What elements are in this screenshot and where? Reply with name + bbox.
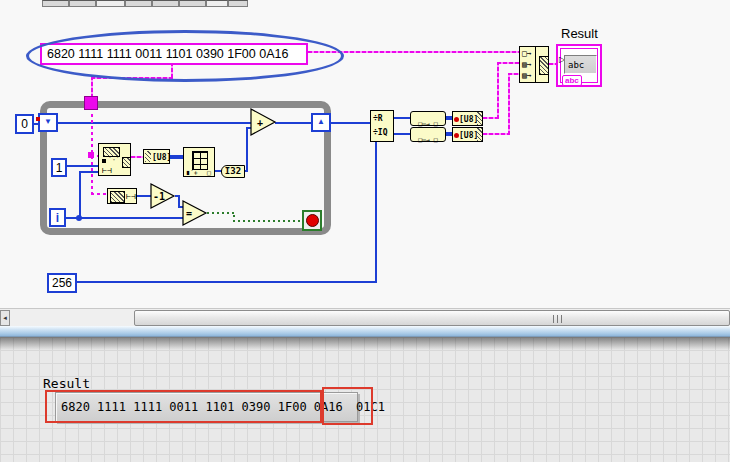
red-annotation-box-checksum xyxy=(322,387,373,425)
wire xyxy=(79,172,81,219)
concat-row-icon: □→ xyxy=(522,49,532,58)
toolbar-button-fragment[interactable] xyxy=(69,0,96,7)
result-label: Result xyxy=(43,376,90,391)
remainder-label: R xyxy=(378,114,383,123)
boolean-wire xyxy=(233,220,303,222)
wire xyxy=(77,281,377,283)
array-grid-icon xyxy=(192,151,208,170)
equal-function[interactable]: = xyxy=(182,200,208,226)
hatch-icon xyxy=(145,151,151,162)
string-to-byte-array-function[interactable]: [U8] xyxy=(143,149,170,164)
numeric-constant-1[interactable]: 1 xyxy=(51,158,67,177)
iteration-terminal[interactable]: i xyxy=(49,208,66,227)
string-wire xyxy=(91,193,108,195)
shift-register-left[interactable]: ▼ xyxy=(38,113,58,132)
loop-tunnel[interactable] xyxy=(84,96,98,110)
add-function[interactable]: + xyxy=(250,108,277,136)
string-wire xyxy=(131,156,143,158)
wire xyxy=(58,122,252,124)
string-wire xyxy=(483,133,510,135)
wire xyxy=(137,195,151,197)
window-edge xyxy=(0,326,730,337)
thumb-grip xyxy=(553,315,554,323)
red-annotation-box-main xyxy=(45,390,322,423)
wire xyxy=(67,165,98,167)
wire-junction xyxy=(76,215,82,221)
toolbar-button-fragment[interactable] xyxy=(152,0,179,7)
thumb-grip xyxy=(557,315,558,323)
string-wire xyxy=(508,73,510,135)
index-array-function[interactable]: ∎˙+ □ xyxy=(183,147,215,177)
string-type-tab: abc xyxy=(562,75,582,86)
string-indicator-terminal[interactable]: ▷ abc abc xyxy=(556,44,602,87)
index-icon: □ xyxy=(207,169,211,177)
wire xyxy=(246,128,248,172)
boolean-wire xyxy=(207,212,235,214)
add-label: + xyxy=(257,117,263,128)
hatch-icon xyxy=(110,191,125,203)
number-conversion-function[interactable]: □⋯→ □ xyxy=(410,127,446,142)
qr-row: ÷IQ xyxy=(373,128,387,137)
concat-output-icon xyxy=(539,56,549,75)
coercion-dot xyxy=(36,117,40,121)
toolbar-button-fragment[interactable] xyxy=(42,0,69,7)
equal-label: = xyxy=(186,208,192,219)
wire xyxy=(330,122,370,124)
shift-register-down-icon: ▼ xyxy=(44,117,52,126)
concat-row-icon: ▨→ xyxy=(522,71,532,80)
numeric-constant-256[interactable]: 256 xyxy=(47,273,77,293)
string-length-function[interactable]: ⊢⊣ xyxy=(107,188,137,204)
array-wire xyxy=(170,155,183,159)
number-conversion-function[interactable]: □⋯→ □ xyxy=(410,111,446,126)
labview-screenshot: 6820 1111 1111 0011 1101 0390 1F00 0A16 … xyxy=(0,0,730,462)
string-subset-icon xyxy=(102,159,106,163)
string-wire xyxy=(497,62,520,64)
scrollbar-thumb[interactable] xyxy=(134,310,730,326)
wire xyxy=(34,123,38,125)
wire xyxy=(394,133,410,135)
hatch-icon xyxy=(477,112,482,125)
ellipse-annotation xyxy=(26,30,344,82)
range-icon: ⊢⊣ xyxy=(126,192,136,201)
shift-register-right[interactable]: ▲ xyxy=(311,113,331,132)
byte-array-to-string-function[interactable]: [U8] xyxy=(452,111,483,126)
u8-label: [U8] xyxy=(152,153,171,162)
index-icon: ∎˙+ xyxy=(186,169,198,177)
hatch-icon xyxy=(477,128,482,141)
toolbar-button-fragment[interactable] xyxy=(228,0,248,7)
byte-array-to-string-function[interactable]: [U8] xyxy=(452,127,483,142)
indicator-label: Result xyxy=(561,26,598,41)
string-subset-icon: ˙·˙ xyxy=(108,156,120,164)
concatenate-strings-function[interactable]: □→ ▨→ ▨→ xyxy=(519,46,549,83)
quotient-remainder-function[interactable]: ÷R ÷IQ xyxy=(370,110,394,142)
range-icon: ⊢⊣ xyxy=(102,166,112,175)
wire xyxy=(79,171,99,173)
toolbar-button-fragment[interactable] xyxy=(125,0,152,7)
scroll-left-button[interactable]: ◂ xyxy=(0,310,10,326)
string-subset-function[interactable]: ˙·˙ ⊢⊣ xyxy=(98,143,131,176)
wire xyxy=(66,217,183,219)
front-panel: Result 6820 1111 1111 0011 1101 0390 1F0… xyxy=(0,337,730,462)
horizontal-scrollbar[interactable]: ◂ xyxy=(0,308,730,326)
decrement-function[interactable]: -1 xyxy=(150,183,176,209)
divider xyxy=(535,47,536,82)
string-wire xyxy=(497,62,499,119)
i32-conversion-tag: I32 xyxy=(221,165,245,178)
concat-row-icon: ▨→ xyxy=(522,60,532,69)
toolbar-button-fragment[interactable] xyxy=(96,0,125,7)
scroll-left-icon: ◂ xyxy=(3,314,7,321)
shift-register-up-icon: ▲ xyxy=(317,117,325,126)
toolbar-button-fragment[interactable] xyxy=(179,0,206,7)
u8-label: [U8] xyxy=(459,131,478,140)
decrement-label: -1 xyxy=(153,191,165,202)
wire xyxy=(375,142,377,281)
u8-label: [U8] xyxy=(459,115,478,124)
string-subset-icon xyxy=(122,157,131,168)
numeric-constant-0[interactable]: 0 xyxy=(15,114,34,134)
qr-row: ÷R xyxy=(373,114,383,123)
conversion-icon: □⋯→ □ xyxy=(418,136,438,144)
loop-condition-terminal[interactable] xyxy=(302,210,322,231)
toolbar-button-fragment[interactable] xyxy=(206,0,228,7)
quotient-label: IQ xyxy=(378,128,388,137)
indicator-value: abc xyxy=(564,55,597,74)
